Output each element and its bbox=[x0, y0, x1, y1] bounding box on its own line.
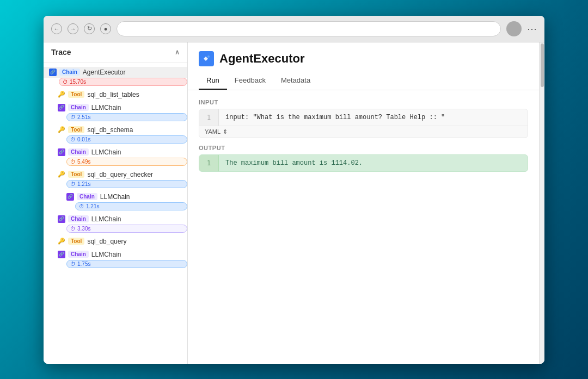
clock-icon-4: ⏱ bbox=[70, 159, 76, 165]
chain-icon-7: 🔗 bbox=[58, 215, 65, 223]
trace-row-0[interactable]: 🔗 Chain AgentExecutor bbox=[44, 67, 187, 78]
scrollbar[interactable] bbox=[539, 42, 544, 364]
time-value-4: 5.49s bbox=[77, 159, 90, 165]
trace-item-2: 🔗 Chain LLMChain ⏱ 2.51s bbox=[44, 101, 187, 123]
badge-tool-3: Tool bbox=[68, 126, 84, 133]
trace-row-2[interactable]: 🔗 Chain LLMChain bbox=[44, 102, 187, 113]
refresh-button[interactable]: ↻ bbox=[84, 23, 95, 34]
badge-chain-6: Chain bbox=[77, 193, 97, 200]
clock-icon-2: ⏱ bbox=[70, 114, 76, 120]
badge-tool-8: Tool bbox=[68, 238, 84, 245]
forward-button[interactable]: → bbox=[68, 23, 78, 34]
main-content: INPUT 1 input: "What is the maximum bill… bbox=[188, 90, 539, 364]
chain-icon-9: 🔗 bbox=[58, 251, 65, 258]
item-name-4: LLMChain bbox=[91, 148, 121, 156]
time-value-2: 2.51s bbox=[77, 114, 90, 120]
trace-items: 🔗 Chain AgentExecutor ⏱ 15.70s 🔑 Tool sq… bbox=[44, 63, 187, 274]
item-name-5: sql_db_query_checker bbox=[87, 171, 153, 178]
badge-chain-2: Chain bbox=[68, 104, 89, 111]
back-button[interactable]: ← bbox=[51, 23, 62, 34]
time-badge-5: ⏱ 1.21s bbox=[66, 180, 187, 188]
badge-chain-4: Chain bbox=[68, 148, 89, 156]
trace-item-7: 🔗 Chain LLMChain ⏱ 3.30s bbox=[44, 213, 187, 235]
address-bar[interactable] bbox=[117, 21, 501, 36]
item-name-0: AgentExecutor bbox=[83, 69, 126, 76]
trace-row-5[interactable]: 🔑 Tool sql_db_query_checker bbox=[44, 169, 187, 180]
badge-tool-5: Tool bbox=[68, 171, 84, 178]
trace-item-4: 🔗 Chain LLMChain ⏱ 5.49s bbox=[44, 146, 187, 168]
time-value-6: 1.21s bbox=[86, 203, 99, 209]
item-name-9: LLMChain bbox=[91, 251, 121, 258]
time-badge-7: ⏱ 3.30s bbox=[66, 225, 187, 233]
time-badge-3: ⏱ 0.01s bbox=[66, 135, 187, 144]
time-value-0: 15.70s bbox=[70, 79, 86, 85]
svg-point-1 bbox=[207, 55, 210, 58]
sidebar: Trace ∧ 🔗 Chain AgentExecutor ⏱ 15.70s bbox=[44, 42, 188, 364]
item-name-2: LLMChain bbox=[91, 104, 121, 111]
input-section: INPUT 1 input: "What is the maximum bill… bbox=[199, 99, 528, 138]
clock-icon-0: ⏱ bbox=[63, 79, 68, 85]
trace-row-3[interactable]: 🔑 Tool sql_db_schema bbox=[44, 125, 187, 135]
badge-tool-1: Tool bbox=[68, 91, 84, 98]
item-name-1: sql_db_list_tables bbox=[87, 91, 139, 98]
input-code-text: input: "What is the maximum bill amount?… bbox=[219, 109, 451, 126]
tool-icon-5: 🔑 bbox=[58, 171, 65, 178]
search-button[interactable]: ● bbox=[100, 23, 111, 34]
trace-row-8[interactable]: 🔑 Tool sql_db_query bbox=[44, 236, 187, 247]
tab-metadata[interactable]: Metadata bbox=[273, 72, 318, 90]
agent-title: AgentExecutor bbox=[199, 51, 528, 66]
time-badge-2: ⏱ 2.51s bbox=[66, 113, 187, 121]
yaml-selector[interactable]: YAML ⇕ bbox=[199, 126, 528, 138]
main-header: AgentExecutor Run Feedback Metadata bbox=[188, 42, 539, 90]
browser-menu-icon[interactable]: ⋯ bbox=[527, 23, 537, 35]
input-code-row: 1 input: "What is the maximum bill amoun… bbox=[199, 109, 528, 126]
clock-icon-6: ⏱ bbox=[79, 203, 84, 209]
collapse-icon[interactable]: ∧ bbox=[175, 48, 180, 56]
input-line-num: 1 bbox=[199, 109, 219, 126]
sidebar-title: Trace bbox=[51, 48, 71, 57]
tool-icon-1: 🔑 bbox=[58, 91, 65, 98]
yaml-label: YAML bbox=[205, 128, 220, 135]
trace-item-8: 🔑 Tool sql_db_query bbox=[44, 235, 187, 248]
scrollbar-thumb bbox=[541, 44, 544, 87]
output-label: OUTPUT bbox=[199, 145, 528, 151]
trace-item-1: 🔑 Tool sql_db_list_tables bbox=[44, 88, 187, 101]
trace-row-7[interactable]: 🔗 Chain LLMChain bbox=[44, 214, 187, 225]
time-badge-4: ⏱ 5.49s bbox=[66, 158, 187, 166]
agent-icon bbox=[199, 51, 214, 66]
trace-row-1[interactable]: 🔑 Tool sql_db_list_tables bbox=[44, 89, 187, 100]
time-badge-0: ⏱ 15.70s bbox=[59, 78, 187, 86]
item-name-6: LLMChain bbox=[100, 193, 130, 201]
clock-icon-9: ⏱ bbox=[70, 261, 76, 267]
trace-row-9[interactable]: 🔗 Chain LLMChain bbox=[44, 249, 187, 260]
trace-row-6[interactable]: 🔗 Chain LLMChain bbox=[44, 191, 187, 202]
time-value-7: 3.30s bbox=[77, 226, 90, 232]
trace-row-4[interactable]: 🔗 Chain LLMChain bbox=[44, 147, 187, 158]
output-section: OUTPUT 1 The maximum bill amount is 1114… bbox=[199, 145, 528, 172]
browser-chrome: ← → ↻ ● ⋯ bbox=[44, 16, 544, 42]
clock-icon-7: ⏱ bbox=[70, 226, 76, 232]
output-code-row: 1 The maximum bill amount is 1114.02. bbox=[199, 155, 528, 171]
badge-chain-0: Chain bbox=[59, 69, 80, 76]
trace-item-3: 🔑 Tool sql_db_schema ⏱ 0.01s bbox=[44, 123, 187, 146]
chain-icon-2: 🔗 bbox=[58, 104, 65, 111]
tool-icon-8: 🔑 bbox=[58, 238, 65, 245]
input-label: INPUT bbox=[199, 99, 528, 105]
browser-window: ← → ↻ ● ⋯ Trace ∧ 🔗 Chain AgentExecutor bbox=[44, 16, 544, 364]
trace-item-6: 🔗 Chain LLMChain ⏱ 1.21s bbox=[44, 190, 187, 213]
yaml-dropdown-icon[interactable]: ⇕ bbox=[223, 128, 228, 135]
output-line-num: 1 bbox=[199, 155, 219, 171]
user-avatar bbox=[506, 21, 522, 36]
time-badge-9: ⏱ 1.75s bbox=[66, 260, 187, 268]
trace-item-5: 🔑 Tool sql_db_query_checker ⏱ 1.21s bbox=[44, 168, 187, 190]
time-badge-6: ⏱ 1.21s bbox=[75, 202, 187, 210]
output-code-text: The maximum bill amount is 1114.02. bbox=[219, 155, 369, 171]
tab-feedback[interactable]: Feedback bbox=[227, 72, 273, 90]
tab-run[interactable]: Run bbox=[199, 72, 227, 90]
clock-icon-3: ⏱ bbox=[70, 136, 76, 142]
trace-item-0: 🔗 Chain AgentExecutor ⏱ 15.70s bbox=[44, 66, 187, 88]
tool-icon-3: 🔑 bbox=[58, 126, 65, 134]
badge-chain-9: Chain bbox=[68, 251, 89, 258]
clock-icon-5: ⏱ bbox=[70, 181, 76, 187]
main-panel: AgentExecutor Run Feedback Metadata INPU… bbox=[188, 42, 539, 364]
